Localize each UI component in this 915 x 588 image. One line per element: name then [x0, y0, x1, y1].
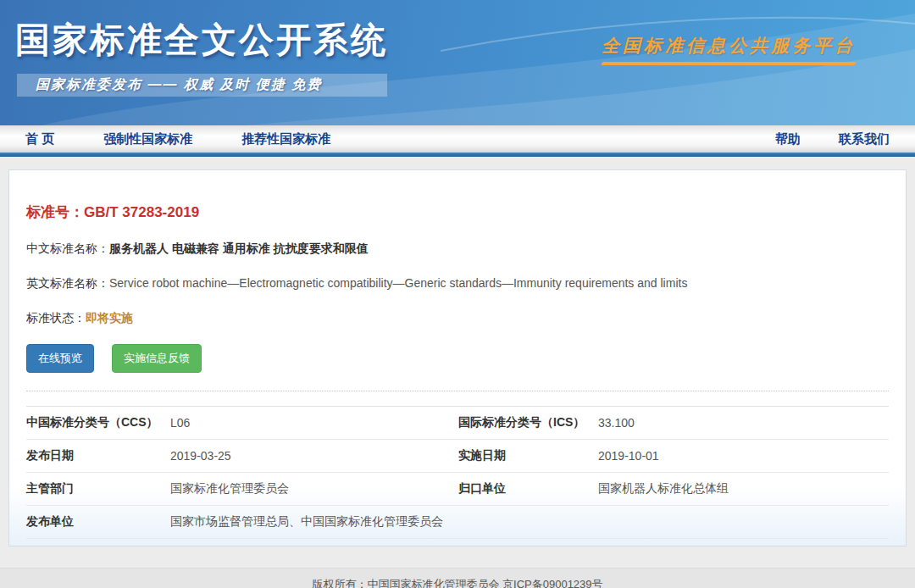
competent-dept-label: 主管部门 [26, 481, 170, 496]
main-navbar: 首 页 强制性国家标准 推荐性国家标准 帮助 联系我们 [0, 125, 915, 153]
implementation-feedback-button[interactable]: 实施信息反馈 [112, 344, 202, 373]
competent-dept-value: 国家标准化管理委员会 [170, 481, 458, 496]
implement-date-value: 2019-10-01 [598, 449, 889, 463]
status-badge: 即将实施 [86, 311, 133, 325]
centralized-unit-label: 归口单位 [458, 481, 598, 496]
table-row: 发布单位 国家市场监督管理总局、中国国家标准化管理委员会 [26, 506, 889, 539]
standard-number-value: GB/T 37283-2019 [84, 204, 199, 220]
platform-name: 全国标准信息公共服务平台 [602, 34, 856, 58]
standard-number-heading: 标准号：GB/T 37283-2019 [26, 170, 889, 222]
ccs-value: L06 [170, 416, 458, 430]
status-label: 标准状态： [26, 311, 86, 325]
centralized-unit-value: 国家机器人标准化总体组 [598, 481, 889, 496]
standard-number-label: 标准号： [26, 204, 84, 220]
publish-date-value: 2019-03-25 [170, 449, 458, 463]
standard-meta-table: 中国标准分类号（CCS） L06 国际标准分类号（ICS） 33.100 发布日… [26, 406, 889, 546]
site-subtitle: 国家标准委发布 —— 权威 及时 便捷 免费 [17, 76, 322, 94]
site-subtitle-band: 国家标准委发布 —— 权威 及时 便捷 免费 [17, 74, 387, 97]
nav-item-contact[interactable]: 联系我们 [839, 131, 890, 147]
page-footer: 版权所有：中国国家标准化管理委员会 京ICP备09001239号 [0, 568, 915, 588]
action-buttons-row: 在线预览 实施信息反馈 [26, 344, 889, 373]
english-name-value: Service robot machine—Electromagnetic co… [109, 276, 687, 290]
site-title: 国家标准全文公开系统 [15, 17, 388, 64]
ccs-label: 中国标准分类号（CCS） [26, 415, 170, 430]
site-banner: 国家标准全文公开系统 国家标准委发布 —— 权威 及时 便捷 免费 全国标准信息… [0, 0, 915, 125]
nav-item-help[interactable]: 帮助 [775, 131, 801, 147]
chinese-name-value: 服务机器人 电磁兼容 通用标准 抗扰度要求和限值 [109, 241, 369, 255]
table-row: 中国标准分类号（CCS） L06 国际标准分类号（ICS） 33.100 [26, 407, 889, 440]
status-row: 标准状态：即将实施 [26, 311, 889, 326]
table-row: 主管部门 国家标准化管理委员会 归口单位 国家机器人标准化总体组 [26, 473, 889, 506]
publish-unit-label: 发布单位 [26, 514, 170, 530]
chinese-name-label: 中文标准名称： [26, 241, 109, 255]
chinese-name-row: 中文标准名称：服务机器人 电磁兼容 通用标准 抗扰度要求和限值 [26, 241, 889, 257]
publish-date-label: 发布日期 [26, 448, 170, 463]
english-name-label: 英文标准名称： [26, 276, 109, 290]
table-row: 发布日期 2019-03-25 实施日期 2019-10-01 [26, 440, 889, 473]
nav-item-mandatory-standards[interactable]: 强制性国家标准 [103, 131, 192, 147]
ics-value: 33.100 [598, 416, 889, 430]
implement-date-label: 实施日期 [458, 448, 598, 463]
ics-label: 国际标准分类号（ICS） [458, 415, 598, 430]
page-body: 标准号：GB/T 37283-2019 中文标准名称：服务机器人 电磁兼容 通用… [0, 169, 915, 568]
publish-unit-value: 国家市场监督管理总局、中国国家标准化管理委员会 [170, 514, 889, 530]
nav-item-home[interactable]: 首 页 [25, 131, 54, 147]
nav-item-recommended-standards[interactable]: 推荐性国家标准 [241, 131, 330, 147]
platform-underline-decoration [601, 62, 857, 65]
online-preview-button[interactable]: 在线预览 [26, 344, 94, 373]
platform-banner: 全国标准信息公共服务平台 [602, 34, 856, 65]
standard-detail-card: 标准号：GB/T 37283-2019 中文标准名称：服务机器人 电磁兼容 通用… [8, 169, 907, 546]
dotted-divider [26, 391, 889, 391]
nav-underline-bar [0, 153, 915, 157]
copyright-text: 版权所有：中国国家标准化管理委员会 京ICP备09001239号 [312, 577, 602, 588]
table-row: 备注 [26, 539, 889, 546]
english-name-row: 英文标准名称：Service robot machine—Electromagn… [26, 276, 889, 291]
